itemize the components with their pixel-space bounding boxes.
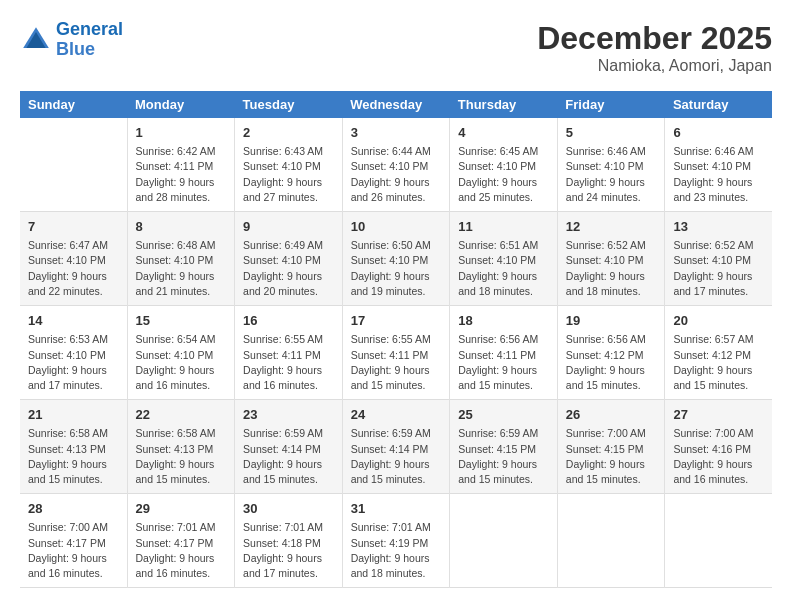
header-tuesday: Tuesday [235, 91, 343, 118]
day-number: 29 [136, 500, 227, 518]
day-number: 17 [351, 312, 442, 330]
calendar-cell: 15Sunrise: 6:54 AMSunset: 4:10 PMDayligh… [127, 306, 235, 400]
cell-content: Sunrise: 6:53 AMSunset: 4:10 PMDaylight:… [28, 332, 119, 393]
header-wednesday: Wednesday [342, 91, 450, 118]
day-number: 18 [458, 312, 549, 330]
calendar-table: SundayMondayTuesdayWednesdayThursdayFrid… [20, 91, 772, 588]
calendar-cell: 20Sunrise: 6:57 AMSunset: 4:12 PMDayligh… [665, 306, 772, 400]
calendar-cell: 4Sunrise: 6:45 AMSunset: 4:10 PMDaylight… [450, 118, 558, 212]
day-number: 4 [458, 124, 549, 142]
cell-content: Sunrise: 7:00 AMSunset: 4:16 PMDaylight:… [673, 426, 764, 487]
calendar-cell: 21Sunrise: 6:58 AMSunset: 4:13 PMDayligh… [20, 400, 127, 494]
calendar-cell: 7Sunrise: 6:47 AMSunset: 4:10 PMDaylight… [20, 212, 127, 306]
header-friday: Friday [557, 91, 665, 118]
calendar-cell: 8Sunrise: 6:48 AMSunset: 4:10 PMDaylight… [127, 212, 235, 306]
cell-content: Sunrise: 6:56 AMSunset: 4:12 PMDaylight:… [566, 332, 657, 393]
calendar-cell: 26Sunrise: 7:00 AMSunset: 4:15 PMDayligh… [557, 400, 665, 494]
calendar-cell: 30Sunrise: 7:01 AMSunset: 4:18 PMDayligh… [235, 494, 343, 588]
calendar-cell: 19Sunrise: 6:56 AMSunset: 4:12 PMDayligh… [557, 306, 665, 400]
calendar-cell: 3Sunrise: 6:44 AMSunset: 4:10 PMDaylight… [342, 118, 450, 212]
calendar-cell: 12Sunrise: 6:52 AMSunset: 4:10 PMDayligh… [557, 212, 665, 306]
day-number: 15 [136, 312, 227, 330]
header-thursday: Thursday [450, 91, 558, 118]
day-number: 9 [243, 218, 334, 236]
logo: General Blue [20, 20, 123, 60]
day-number: 25 [458, 406, 549, 424]
week-row-2: 14Sunrise: 6:53 AMSunset: 4:10 PMDayligh… [20, 306, 772, 400]
cell-content: Sunrise: 6:55 AMSunset: 4:11 PMDaylight:… [351, 332, 442, 393]
calendar-header-row: SundayMondayTuesdayWednesdayThursdayFrid… [20, 91, 772, 118]
day-number: 3 [351, 124, 442, 142]
day-number: 23 [243, 406, 334, 424]
week-row-3: 21Sunrise: 6:58 AMSunset: 4:13 PMDayligh… [20, 400, 772, 494]
calendar-cell: 22Sunrise: 6:58 AMSunset: 4:13 PMDayligh… [127, 400, 235, 494]
cell-content: Sunrise: 6:45 AMSunset: 4:10 PMDaylight:… [458, 144, 549, 205]
calendar-cell: 6Sunrise: 6:46 AMSunset: 4:10 PMDaylight… [665, 118, 772, 212]
day-number: 7 [28, 218, 119, 236]
day-number: 24 [351, 406, 442, 424]
cell-content: Sunrise: 7:00 AMSunset: 4:15 PMDaylight:… [566, 426, 657, 487]
day-number: 19 [566, 312, 657, 330]
calendar-cell: 10Sunrise: 6:50 AMSunset: 4:10 PMDayligh… [342, 212, 450, 306]
calendar-title: December 2025 [537, 20, 772, 57]
cell-content: Sunrise: 6:59 AMSunset: 4:14 PMDaylight:… [243, 426, 334, 487]
calendar-cell: 31Sunrise: 7:01 AMSunset: 4:19 PMDayligh… [342, 494, 450, 588]
day-number: 11 [458, 218, 549, 236]
cell-content: Sunrise: 6:54 AMSunset: 4:10 PMDaylight:… [136, 332, 227, 393]
calendar-cell: 28Sunrise: 7:00 AMSunset: 4:17 PMDayligh… [20, 494, 127, 588]
week-row-4: 28Sunrise: 7:00 AMSunset: 4:17 PMDayligh… [20, 494, 772, 588]
calendar-cell: 25Sunrise: 6:59 AMSunset: 4:15 PMDayligh… [450, 400, 558, 494]
calendar-cell: 1Sunrise: 6:42 AMSunset: 4:11 PMDaylight… [127, 118, 235, 212]
calendar-cell: 27Sunrise: 7:00 AMSunset: 4:16 PMDayligh… [665, 400, 772, 494]
calendar-cell: 13Sunrise: 6:52 AMSunset: 4:10 PMDayligh… [665, 212, 772, 306]
calendar-cell [450, 494, 558, 588]
page-header: General Blue December 2025 Namioka, Aomo… [20, 20, 772, 75]
day-number: 22 [136, 406, 227, 424]
calendar-cell: 5Sunrise: 6:46 AMSunset: 4:10 PMDaylight… [557, 118, 665, 212]
cell-content: Sunrise: 6:46 AMSunset: 4:10 PMDaylight:… [566, 144, 657, 205]
week-row-0: 1Sunrise: 6:42 AMSunset: 4:11 PMDaylight… [20, 118, 772, 212]
calendar-cell: 29Sunrise: 7:01 AMSunset: 4:17 PMDayligh… [127, 494, 235, 588]
day-number: 2 [243, 124, 334, 142]
cell-content: Sunrise: 6:56 AMSunset: 4:11 PMDaylight:… [458, 332, 549, 393]
logo-line2: Blue [56, 39, 95, 59]
logo-icon [20, 24, 52, 56]
cell-content: Sunrise: 7:01 AMSunset: 4:18 PMDaylight:… [243, 520, 334, 581]
cell-content: Sunrise: 6:58 AMSunset: 4:13 PMDaylight:… [136, 426, 227, 487]
calendar-cell: 14Sunrise: 6:53 AMSunset: 4:10 PMDayligh… [20, 306, 127, 400]
header-saturday: Saturday [665, 91, 772, 118]
header-monday: Monday [127, 91, 235, 118]
cell-content: Sunrise: 6:44 AMSunset: 4:10 PMDaylight:… [351, 144, 442, 205]
day-number: 6 [673, 124, 764, 142]
calendar-cell: 18Sunrise: 6:56 AMSunset: 4:11 PMDayligh… [450, 306, 558, 400]
calendar-cell: 24Sunrise: 6:59 AMSunset: 4:14 PMDayligh… [342, 400, 450, 494]
calendar-cell: 9Sunrise: 6:49 AMSunset: 4:10 PMDaylight… [235, 212, 343, 306]
calendar-cell: 16Sunrise: 6:55 AMSunset: 4:11 PMDayligh… [235, 306, 343, 400]
day-number: 28 [28, 500, 119, 518]
logo-line1: General [56, 19, 123, 39]
day-number: 21 [28, 406, 119, 424]
day-number: 26 [566, 406, 657, 424]
calendar-cell: 17Sunrise: 6:55 AMSunset: 4:11 PMDayligh… [342, 306, 450, 400]
cell-content: Sunrise: 6:43 AMSunset: 4:10 PMDaylight:… [243, 144, 334, 205]
calendar-subtitle: Namioka, Aomori, Japan [537, 57, 772, 75]
calendar-cell [557, 494, 665, 588]
calendar-cell: 23Sunrise: 6:59 AMSunset: 4:14 PMDayligh… [235, 400, 343, 494]
calendar-cell [20, 118, 127, 212]
cell-content: Sunrise: 7:01 AMSunset: 4:17 PMDaylight:… [136, 520, 227, 581]
day-number: 5 [566, 124, 657, 142]
logo-text: General Blue [56, 20, 123, 60]
day-number: 30 [243, 500, 334, 518]
cell-content: Sunrise: 6:46 AMSunset: 4:10 PMDaylight:… [673, 144, 764, 205]
day-number: 20 [673, 312, 764, 330]
cell-content: Sunrise: 6:57 AMSunset: 4:12 PMDaylight:… [673, 332, 764, 393]
cell-content: Sunrise: 6:59 AMSunset: 4:14 PMDaylight:… [351, 426, 442, 487]
day-number: 31 [351, 500, 442, 518]
cell-content: Sunrise: 6:59 AMSunset: 4:15 PMDaylight:… [458, 426, 549, 487]
cell-content: Sunrise: 6:51 AMSunset: 4:10 PMDaylight:… [458, 238, 549, 299]
day-number: 8 [136, 218, 227, 236]
day-number: 12 [566, 218, 657, 236]
day-number: 13 [673, 218, 764, 236]
cell-content: Sunrise: 6:48 AMSunset: 4:10 PMDaylight:… [136, 238, 227, 299]
calendar-cell: 11Sunrise: 6:51 AMSunset: 4:10 PMDayligh… [450, 212, 558, 306]
